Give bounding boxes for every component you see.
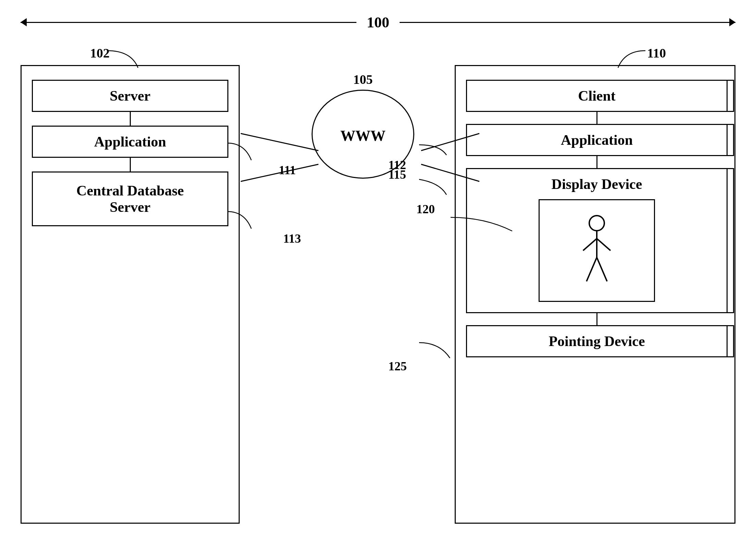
stick-figure [576,213,617,288]
application-label-server: Application [94,133,166,150]
db-label-line1: Central Database [76,183,184,199]
svg-line-9 [597,257,607,281]
application-box-client: Application 112 [466,124,728,156]
arrow-line-right [400,22,735,23]
svg-line-7 [597,239,610,251]
display-label: Display Device [552,176,642,192]
server-side-box: 102 Server Application 111 [21,65,240,524]
server-label: Server [110,88,151,104]
pointing-device-box: Pointing Device 125 [466,325,728,357]
www-area: 105 WWW [260,72,466,179]
ref-120: 120 [416,202,435,216]
v-line-1 [130,112,131,126]
top-arrow: 100 [21,14,735,31]
svg-point-4 [589,216,604,231]
display-screen: 120 [539,199,655,302]
central-db-box: Central Database Server 113 [32,171,228,226]
ref-105: 105 [353,72,373,87]
callout112-line [412,141,467,162]
client-side-box: 110 Client Application [455,65,735,524]
svg-line-8 [587,257,597,281]
callout113-line [224,208,272,235]
ref-113: 113 [283,231,301,246]
db-label-line2: Server [110,199,151,215]
client-label: Client [578,88,616,104]
application-box-server: Application 111 [32,126,228,158]
server-inner-box: Server [32,80,228,112]
www-text: WWW [340,127,386,144]
ref-115: 115 [388,167,406,182]
ref102-line [104,47,172,81]
application-label-client: Application [561,132,633,148]
diagram-label-100: 100 [356,14,400,31]
diagram-container: 100 102 Server [21,14,735,515]
v-line-3 [596,112,597,124]
callout120-line [444,210,540,238]
svg-line-6 [583,239,597,251]
callout115-line [412,176,467,200]
arrow-line-left [21,22,356,23]
callout125-line [412,339,467,363]
client-inner-box: Client [466,80,728,112]
pointing-label: Pointing Device [549,333,645,349]
ref110-line [597,47,666,81]
v-line-5 [596,313,597,325]
ref-125: 125 [388,359,407,373]
v-line-4 [596,156,597,168]
v-line-2 [130,158,131,171]
display-device-box: Display Device 115 120 [466,168,728,313]
